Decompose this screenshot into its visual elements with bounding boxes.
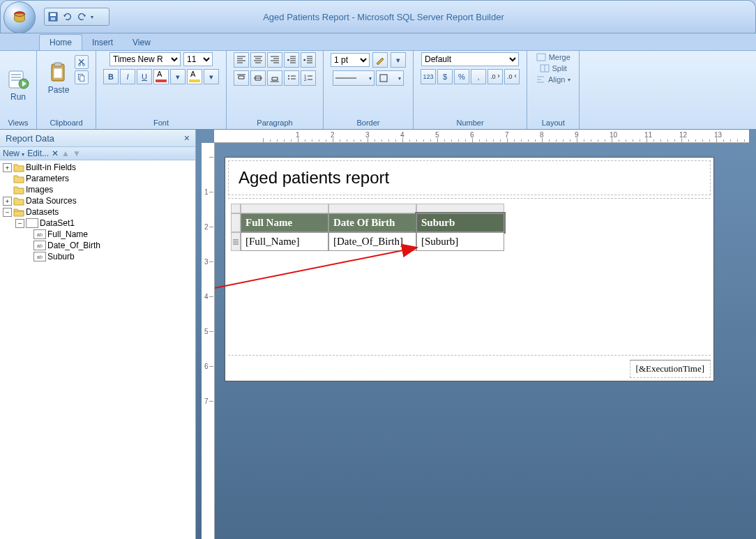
tree-node-builtin[interactable]: +Built-in Fields — [0, 162, 195, 173]
percent-button[interactable]: % — [454, 69, 469, 84]
ribbon-group-font: Times New R 11 B I U A ▾ A ▾ Font — [96, 51, 227, 129]
row-handle-header[interactable] — [231, 213, 241, 232]
move-down-button[interactable]: ▼ — [73, 149, 81, 158]
save-icon[interactable] — [47, 11, 59, 22]
increase-indent-button[interactable] — [301, 52, 316, 68]
tree-node-field-fullname[interactable]: abFull_Name — [0, 229, 195, 240]
align-center-icon — [253, 55, 263, 65]
bold-button[interactable]: B — [103, 69, 119, 84]
font-color-button[interactable]: A — [153, 69, 169, 84]
align-menu-button[interactable]: Align ▾ — [534, 75, 572, 84]
merge-button[interactable]: Merge — [535, 52, 572, 62]
border-style-button[interactable]: ▾ — [333, 70, 375, 86]
tree-node-datasets[interactable]: −Datasets — [0, 206, 195, 218]
currency-symbol-button[interactable]: $ — [437, 69, 453, 84]
group-label-font: Font — [99, 118, 223, 128]
data-cell-fullname[interactable]: [Full_Name] — [241, 232, 328, 251]
redo-icon[interactable] — [77, 12, 86, 22]
align-right-button[interactable] — [267, 52, 282, 68]
tab-home[interactable]: Home — [39, 34, 82, 50]
tablix[interactable]: Full Name Date Of Birth Suburb [Full_Nam… — [231, 204, 504, 251]
execution-time-textbox[interactable]: [&ExecutionTime] — [630, 360, 711, 378]
app-logo-icon — [10, 8, 29, 26]
close-panel-button[interactable]: × — [184, 132, 190, 144]
group-label-clipboard: Clipboard — [40, 118, 93, 128]
data-cell-suburb[interactable]: [Suburb] — [416, 232, 504, 251]
border-color-dropdown[interactable]: ▾ — [391, 52, 406, 68]
tree-node-parameters[interactable]: Parameters — [0, 173, 195, 184]
align-bottom-button[interactable] — [267, 70, 282, 86]
field-icon: ab — [33, 229, 46, 239]
border-color-button[interactable] — [372, 52, 388, 68]
app-menu-orb[interactable] — [3, 1, 36, 33]
header-cell-dob[interactable]: Date Of Birth — [328, 213, 416, 232]
border-preset-button[interactable]: ▾ — [376, 70, 404, 86]
new-menu[interactable]: New ▾ — [3, 149, 24, 158]
tree-node-datasources[interactable]: +Data Sources — [0, 195, 195, 206]
align-top-button[interactable] — [234, 70, 249, 86]
tree-node-field-dob[interactable]: abDate_Of_Birth — [0, 240, 195, 251]
font-size-select[interactable]: 11 — [183, 52, 213, 66]
align-center-button[interactable] — [250, 52, 266, 68]
numbering-button[interactable]: 12 — [301, 70, 316, 86]
header-cell-fullname[interactable]: Full Name — [241, 213, 328, 232]
column-handle-2[interactable] — [328, 204, 416, 213]
ribbon-tab-strip: Home Insert View — [0, 33, 756, 50]
report-title-textbox[interactable]: Aged patients report — [228, 160, 711, 195]
merge-icon — [536, 53, 546, 61]
report-body[interactable]: Aged patients report Full N — [225, 157, 714, 381]
tree-node-dataset1[interactable]: −DataSet1 — [0, 218, 195, 229]
svg-rect-16 — [80, 76, 84, 82]
italic-button[interactable]: I — [120, 69, 135, 84]
delete-button[interactable]: ✕ — [52, 149, 59, 158]
move-up-button[interactable]: ▲ — [61, 149, 70, 158]
quick-access-toolbar: ▾ — [44, 8, 109, 26]
outdent-icon — [287, 55, 296, 65]
tree-node-images[interactable]: Images — [0, 184, 195, 195]
paste-button[interactable]: Paste — [44, 52, 73, 104]
bullets-button[interactable] — [284, 70, 299, 86]
ribbon-group-paragraph: 12 Paragraph — [227, 51, 324, 129]
border-width-select[interactable]: 1 pt — [331, 53, 370, 67]
copy-button[interactable] — [75, 70, 89, 84]
title-bar: ▾ Aged Patients Report - Microsoft SQL S… — [0, 0, 756, 33]
split-icon — [540, 64, 550, 73]
number-format-select[interactable]: Default — [421, 52, 519, 66]
tablix-corner-handle[interactable] — [231, 204, 241, 213]
tab-view[interactable]: View — [123, 35, 160, 50]
design-surface[interactable]: Aged patients report Full N — [215, 143, 756, 539]
comma-button[interactable]: , — [471, 69, 486, 84]
ribbon-group-views: Run Views — [0, 51, 37, 129]
highlight-dropdown[interactable]: ▾ — [204, 69, 219, 84]
pencil-icon — [375, 55, 385, 65]
align-left-button[interactable] — [234, 52, 249, 68]
underline-button[interactable]: U — [137, 69, 152, 84]
data-cell-dob[interactable]: [Date_Of_Birth] — [328, 232, 416, 251]
cut-button[interactable] — [75, 55, 89, 69]
report-data-tree[interactable]: +Built-in Fields Parameters Images +Data… — [0, 160, 195, 539]
increase-decimal-button[interactable]: .0 — [487, 69, 503, 84]
run-button[interactable]: Run — [3, 59, 33, 111]
font-family-select[interactable]: Times New R — [109, 52, 181, 66]
decrease-indent-button[interactable] — [284, 52, 299, 68]
app-window: ▾ Aged Patients Report - Microsoft SQL S… — [0, 0, 756, 539]
undo-icon[interactable] — [63, 12, 73, 22]
decrease-decimal-button[interactable]: .0 — [504, 69, 520, 84]
header-cell-suburb[interactable]: Suburb — [416, 213, 504, 232]
increase-decimal-icon: .0 — [490, 73, 500, 81]
svg-rect-4 — [51, 17, 55, 20]
field-icon: ab — [33, 252, 46, 261]
row-handle-detail[interactable] — [231, 232, 241, 251]
align-middle-button[interactable] — [250, 70, 266, 86]
edit-button[interactable]: Edit... — [27, 149, 49, 158]
split-button[interactable]: Split — [538, 63, 568, 73]
tab-insert[interactable]: Insert — [82, 35, 123, 50]
currency-button[interactable]: 123 — [421, 69, 436, 84]
font-color-dropdown[interactable]: ▾ — [170, 69, 186, 84]
tree-node-field-suburb[interactable]: abSuburb — [0, 251, 195, 262]
report-data-panel: Report Data × New ▾ Edit... ✕ ▲ ▼ +Built… — [0, 130, 196, 539]
column-handle-1[interactable] — [241, 204, 328, 213]
group-label-paragraph: Paragraph — [229, 118, 320, 128]
column-handle-3[interactable] — [416, 204, 504, 213]
highlight-color-button[interactable]: A — [187, 69, 202, 84]
